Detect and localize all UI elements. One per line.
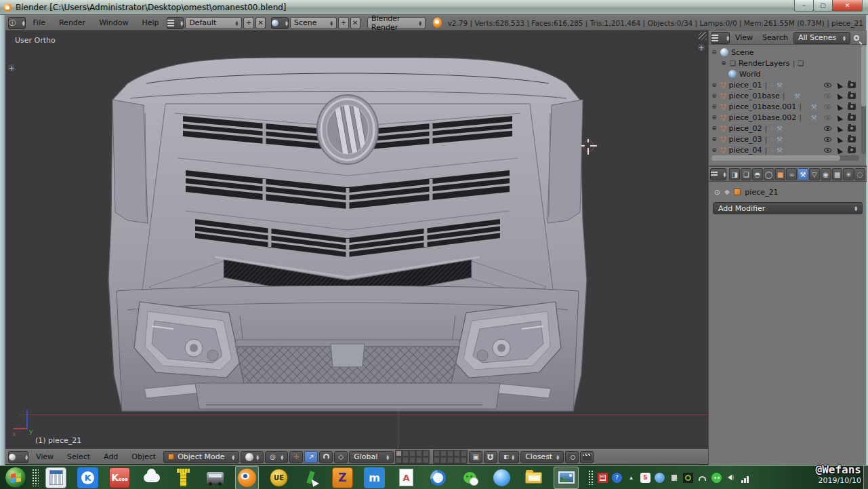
selectable-icon[interactable] (836, 146, 844, 153)
layer-cell[interactable] (416, 457, 422, 463)
layer-cell[interactable] (454, 457, 460, 463)
eye-icon[interactable] (824, 148, 831, 153)
opengl-render-anim-button[interactable] (580, 451, 594, 463)
expand-icon[interactable]: ⊕ (711, 114, 718, 121)
taskbar-icon-cloud-drive[interactable] (141, 467, 162, 488)
tab-world[interactable]: ◯ (764, 168, 774, 180)
taskbar-icon-screen-capture-tool[interactable] (300, 467, 321, 488)
transform-orientation-selector[interactable]: Global▲▼ (349, 451, 394, 463)
expand-icon[interactable]: ⊕ (711, 92, 718, 99)
tab-object-data[interactable]: ▽ (809, 168, 820, 180)
tab-physics[interactable]: ◌ (854, 168, 865, 180)
taskbar-icon-ruler-tool[interactable] (173, 467, 194, 488)
search-icon[interactable] (854, 35, 859, 41)
snap-element-selector[interactable]: ◧▲▼ (499, 451, 519, 463)
selectable-icon[interactable] (836, 135, 844, 142)
editor-type-button-3dview[interactable]: ▲▼ (8, 451, 28, 463)
menu-view[interactable]: View (30, 450, 60, 464)
layer-cell[interactable] (409, 450, 415, 456)
eye-icon[interactable] (824, 115, 831, 120)
taskbar-icon-word-processor[interactable]: A (396, 467, 417, 488)
layer-cell[interactable] (409, 457, 415, 463)
taskbar-icon-calculator[interactable] (45, 467, 66, 488)
taskbar-icon-blender[interactable] (235, 466, 259, 489)
taskbar-icon-kmplayer[interactable]: K (77, 467, 98, 488)
tray-network-icon[interactable] (740, 473, 750, 483)
taskbar-icon-image-viewer[interactable] (554, 467, 579, 489)
screen-layout-selector[interactable]: Default▲▼ (185, 17, 242, 29)
taskbar-icon-wechat[interactable] (459, 467, 480, 488)
eye-icon[interactable] (824, 104, 831, 109)
tray-circle-app-icon[interactable] (655, 473, 665, 483)
taskbar-icon-truck-game[interactable] (205, 467, 226, 488)
render-restrict-icon[interactable] (848, 125, 856, 132)
snap-toggle-magnet-icon[interactable]: Ω (484, 451, 497, 463)
layer-cell[interactable] (396, 457, 402, 463)
close-button[interactable]: ✕ (832, 0, 863, 12)
outliner-row-renderlayers[interactable]: ⊕ ❏ RenderLayers | ❏ (711, 58, 864, 69)
layer-cell[interactable] (416, 450, 422, 456)
eye-icon[interactable] (824, 126, 831, 131)
selectable-icon[interactable] (836, 113, 844, 121)
outliner-row-piece-01base-002[interactable]: ⊕ ▽ piece_01base.002| ∴ ⚒ (711, 112, 864, 123)
selectable-icon[interactable] (836, 102, 844, 110)
taskbar-icon-browser[interactable] (428, 467, 449, 488)
nodes-icon[interactable]: ❖ (724, 189, 730, 196)
collapse-icon[interactable]: ⊖ (711, 49, 718, 56)
scene-icon-button[interactable]: ▲▼ (271, 17, 289, 29)
selectable-icon[interactable] (836, 81, 844, 88)
expand-icon[interactable]: ⊕ (711, 81, 718, 88)
scene-delete-button[interactable]: ✕ (350, 17, 360, 29)
outliner-scrollbar-horizontal[interactable] (711, 155, 859, 161)
outliner-menu-search[interactable]: Search (758, 31, 792, 44)
tray-s-app-icon[interactable]: S (640, 473, 650, 483)
layer-grid-1[interactable] (395, 450, 430, 464)
outliner-menu-view[interactable]: View (731, 31, 757, 44)
layer-cell[interactable] (423, 450, 429, 456)
eye-icon[interactable] (824, 94, 831, 98)
taskbar-icon-ue-app[interactable]: UE (268, 467, 289, 488)
tray-usb-icon[interactable]: ✓ (669, 473, 679, 483)
layer-cell[interactable] (447, 457, 453, 463)
viewport-shading-selector[interactable]: ▲▼ (241, 451, 264, 463)
layer-cell[interactable] (434, 450, 440, 456)
layer-cell[interactable] (440, 450, 447, 456)
tray-stamp-app-icon[interactable] (598, 473, 608, 483)
eye-icon[interactable] (824, 83, 831, 87)
menu-select[interactable]: Select (61, 450, 96, 464)
menu-help[interactable]: Help (136, 16, 165, 30)
pivot-point-selector[interactable]: ◎▲▼ (265, 451, 288, 463)
layer-cell[interactable] (454, 450, 460, 456)
outliner-row-piece-01[interactable]: ⊕ ▽ piece_01| ∴ ⚒ (711, 79, 864, 90)
tab-scene[interactable]: ◓ (752, 168, 763, 180)
expand-icon[interactable]: ⊕ (711, 125, 718, 132)
truck-model[interactable] (107, 56, 588, 416)
scene-add-button[interactable]: + (338, 17, 348, 29)
menu-render[interactable]: Render (53, 16, 91, 30)
layer-cell[interactable] (423, 457, 429, 463)
region-expand-left-handle[interactable]: + (7, 63, 16, 73)
layer-cell[interactable] (440, 457, 447, 463)
manipulator-toggle[interactable]: ✛ (289, 451, 303, 463)
layer-cell[interactable] (461, 457, 467, 463)
snap-target-selector[interactable]: Closest▲▼ (520, 451, 564, 463)
tray-expand-caret-icon[interactable]: ▴ (626, 473, 636, 483)
rotate-manipulator[interactable] (319, 451, 333, 463)
show-desktop-button[interactable] (863, 466, 868, 489)
layer-cell[interactable] (434, 457, 440, 463)
menu-add[interactable]: Add (98, 450, 124, 464)
outliner-row-piece-03[interactable]: ⊕ ▽ piece_03| ∴ ⚒ (711, 134, 864, 144)
layout-delete-button[interactable]: ✕ (255, 17, 266, 29)
taskbar-icon-zip-archiver[interactable]: Z (332, 467, 353, 488)
add-modifier-dropdown[interactable]: Add Modifier▲▼ (713, 202, 863, 214)
outliner-row-scene[interactable]: ⊖ Scene (711, 47, 864, 58)
render-restrict-icon[interactable] (848, 93, 856, 99)
tray-headset-icon[interactable] (697, 473, 707, 483)
expand-icon[interactable]: ⊕ (720, 60, 727, 66)
tray-help-app-icon[interactable]: ? (612, 473, 622, 483)
outliner-row-piece-01base[interactable]: ⊕ ▽ piece_01base| ∴ ⚒ (711, 90, 864, 101)
tab-modifiers[interactable]: ⚒ (798, 168, 808, 180)
viewport-3d[interactable]: User Ortho y x (1) piece_21 + + (5, 31, 708, 449)
menu-file[interactable]: File (27, 16, 51, 30)
window-titlebar[interactable]: Blender [C:\Users\Administrator\Desktop\… (0, 0, 868, 15)
